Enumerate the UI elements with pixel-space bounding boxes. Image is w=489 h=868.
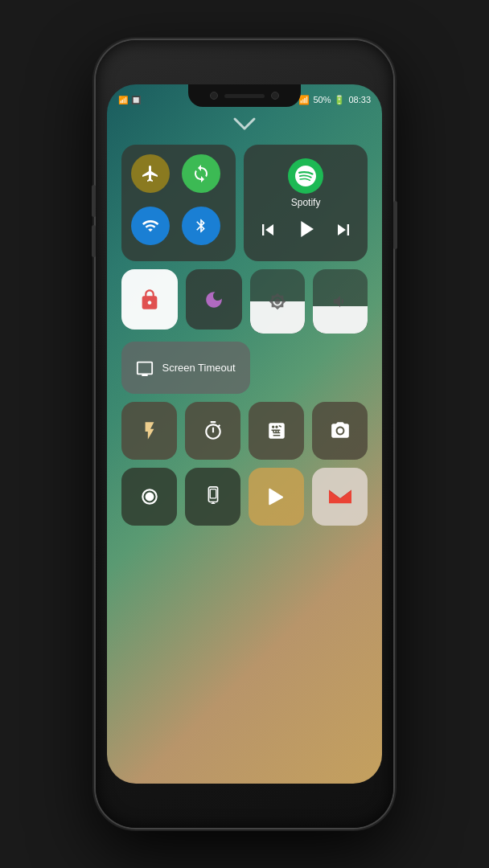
airplane-mode-button[interactable] <box>131 154 170 193</box>
volume-up-button[interactable] <box>92 185 96 217</box>
media-controls <box>257 215 355 248</box>
rotation-button[interactable] <box>182 154 220 193</box>
camera-dot <box>210 92 218 100</box>
phone-screen: 📶 🔲 🔇 H+ 📶 50% 🔋 08:33 <box>107 84 382 784</box>
brightness-slider-panel[interactable] <box>250 269 305 334</box>
screen-timeout-label: Screen Timeout <box>162 362 235 375</box>
rotation-lock-button[interactable] <box>121 269 178 330</box>
svg-point-1 <box>145 493 154 502</box>
do-not-disturb-button[interactable] <box>186 269 242 330</box>
wifi-status-icon: 🔲 <box>131 96 141 104</box>
battery-percent: 50% <box>313 95 331 104</box>
control-center: Spotify <box>121 145 368 768</box>
previous-track-button[interactable] <box>257 219 279 245</box>
next-track-button[interactable] <box>332 219 355 245</box>
notch <box>188 84 301 107</box>
spotify-logo <box>288 158 323 194</box>
timer-button[interactable] <box>185 402 240 460</box>
play-button[interactable] <box>292 215 319 248</box>
top-row: Spotify <box>121 145 368 261</box>
chevron-down-icon[interactable] <box>232 115 257 136</box>
status-left-icons: 📶 🔲 <box>118 96 141 104</box>
power-button[interactable] <box>393 201 397 249</box>
signal-bars: 📶 <box>298 95 310 105</box>
app-row-2 <box>121 468 368 526</box>
time-display: 08:33 <box>348 95 371 104</box>
volume-down-button[interactable] <box>92 225 96 257</box>
spotify-label: Spotify <box>291 197 321 208</box>
media-panel: Spotify <box>244 145 368 261</box>
flashlight-button[interactable] <box>121 402 177 460</box>
svg-rect-3 <box>210 489 216 498</box>
speaker <box>224 94 265 98</box>
camera-button[interactable] <box>312 402 368 460</box>
second-row <box>121 269 368 334</box>
volume-slider-panel[interactable] <box>313 269 368 334</box>
screen-timeout-button[interactable]: Screen Timeout <box>121 342 250 394</box>
connectivity-panel <box>121 145 236 261</box>
gmail-button[interactable] <box>312 468 368 526</box>
front-camera <box>271 92 279 100</box>
screen-timeout-row: Screen Timeout <box>121 342 368 394</box>
signal-icon: 📶 <box>118 96 128 104</box>
calculator-button[interactable] <box>249 402 304 460</box>
battery-icon: 🔋 <box>334 95 345 105</box>
app-row-1 <box>121 402 368 460</box>
phone-device: 📶 🔲 🔇 H+ 📶 50% 🔋 08:33 <box>96 40 393 828</box>
wifi-button[interactable] <box>131 207 170 245</box>
smart-view-button[interactable] <box>185 468 240 526</box>
bluetooth-button[interactable] <box>182 207 220 245</box>
play-store-button[interactable] <box>249 468 304 526</box>
screen-record-button[interactable] <box>121 468 177 526</box>
